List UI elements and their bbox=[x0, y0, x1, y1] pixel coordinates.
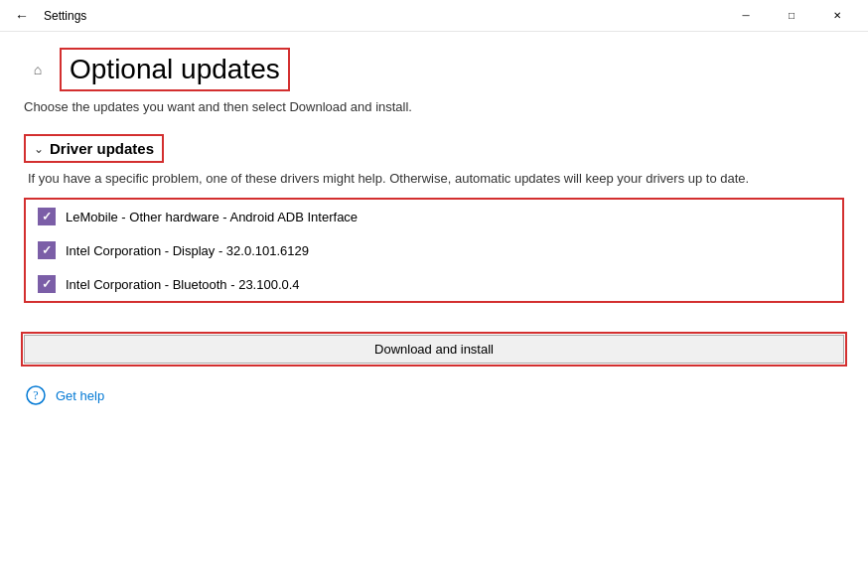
svg-text:?: ? bbox=[33, 388, 38, 402]
title-bar: ← Settings ─ □ ✕ bbox=[0, 0, 868, 32]
driver-checkbox-1[interactable]: ✓ bbox=[38, 208, 56, 225]
driver-item-label-3: Intel Corporation - Bluetooth - 23.100.0… bbox=[66, 277, 300, 292]
maximize-button[interactable]: □ bbox=[769, 0, 814, 32]
download-install-button[interactable]: Download and install bbox=[24, 335, 844, 364]
driver-checkbox-3[interactable]: ✓ bbox=[38, 275, 56, 293]
title-bar-title: Settings bbox=[44, 9, 86, 23]
header-row: ⌂ Optional updates bbox=[24, 48, 844, 91]
driver-updates-section: ⌄ Driver updates If you have a specific … bbox=[24, 134, 844, 319]
driver-item: ✓ Intel Corporation - Display - 32.0.101… bbox=[38, 241, 830, 259]
driver-item-label-1: LeMobile - Other hardware - Android ADB … bbox=[66, 210, 358, 224]
get-help-link[interactable]: Get help bbox=[56, 388, 104, 403]
main-content: ⌂ Optional updates Choose the updates yo… bbox=[0, 32, 868, 588]
check-icon-1: ✓ bbox=[42, 210, 52, 223]
check-icon-2: ✓ bbox=[42, 243, 52, 257]
driver-item: ✓ Intel Corporation - Bluetooth - 23.100… bbox=[38, 275, 830, 293]
driver-section-title: Driver updates bbox=[50, 140, 154, 157]
driver-items-list: ✓ LeMobile - Other hardware - Android AD… bbox=[24, 198, 844, 303]
driver-item-label-2: Intel Corporation - Display - 32.0.101.6… bbox=[66, 243, 309, 258]
check-icon-3: ✓ bbox=[42, 277, 52, 291]
driver-item: ✓ LeMobile - Other hardware - Android AD… bbox=[38, 208, 830, 225]
help-icon: ? bbox=[24, 383, 48, 407]
home-button[interactable]: ⌂ bbox=[24, 56, 52, 83]
page-title: Optional updates bbox=[60, 48, 290, 91]
home-icon: ⌂ bbox=[34, 62, 42, 77]
back-button[interactable]: ← bbox=[8, 2, 36, 30]
close-button[interactable]: ✕ bbox=[814, 0, 860, 32]
driver-section-header[interactable]: ⌄ Driver updates bbox=[24, 134, 164, 163]
page-subtitle: Choose the updates you want and then sel… bbox=[24, 99, 844, 114]
title-bar-controls: ─ □ ✕ bbox=[723, 0, 860, 32]
title-bar-left: ← Settings bbox=[8, 2, 86, 30]
get-help-row: ? Get help bbox=[24, 383, 844, 407]
driver-description: If you have a specific problem, one of t… bbox=[28, 171, 844, 186]
minimize-button[interactable]: ─ bbox=[723, 0, 769, 32]
chevron-down-icon: ⌄ bbox=[34, 142, 44, 156]
driver-checkbox-2[interactable]: ✓ bbox=[38, 241, 56, 259]
